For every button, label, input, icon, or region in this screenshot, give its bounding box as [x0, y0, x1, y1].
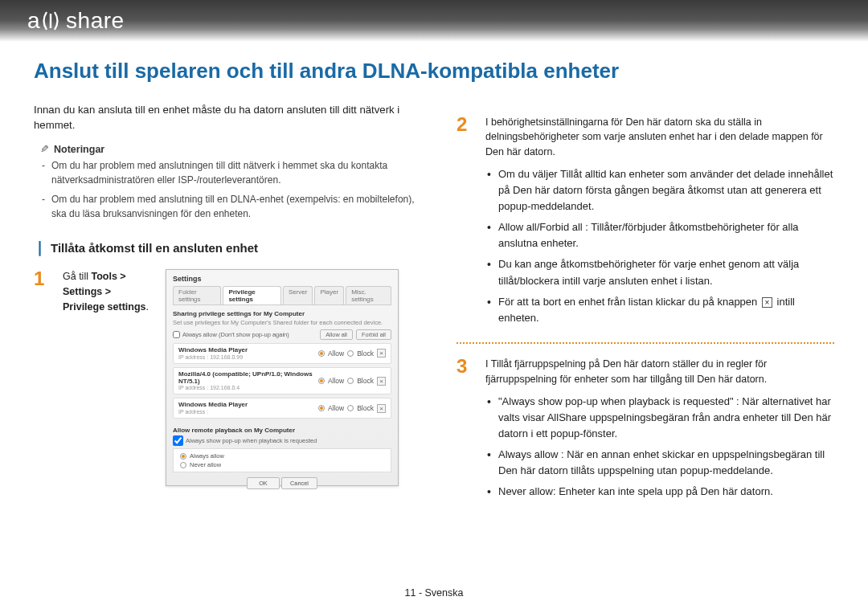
svg-rect-0	[50, 14, 51, 28]
step-number-2: 2	[457, 115, 474, 134]
dotted-divider	[457, 342, 834, 344]
ss-popup-checkbox[interactable]: Always show pop-up when playback is requ…	[173, 435, 391, 446]
always-allow-radio[interactable]	[180, 453, 186, 460]
page-title: Anslut till spelaren och till andra DLNA…	[34, 58, 834, 84]
ss-allow-all-button[interactable]: Allow all	[320, 329, 353, 340]
ss-always-allow-checkbox[interactable]: Always allow (Don't show pop-up again)	[173, 331, 289, 338]
logo-parentheses-icon	[39, 9, 63, 33]
remove-device-button[interactable]: ×	[377, 404, 386, 413]
ss-tab[interactable]: Player	[314, 286, 344, 304]
step3-bullet: Never allow: Enheter kan inte spela upp …	[485, 484, 834, 500]
ss-sec2-title: Allow remote playback on My Computer	[173, 427, 391, 434]
allow-radio[interactable]	[318, 405, 325, 411]
allshare-logo: a share	[27, 8, 125, 34]
step-3: 3 I Tillåt fjärruppspelning på Den här d…	[457, 357, 834, 505]
ss-hint: Set use privileges for My Computer's Sha…	[173, 319, 391, 326]
block-radio[interactable]	[347, 405, 354, 411]
ss-ok-button[interactable]: OK	[247, 477, 280, 489]
logo-text-share: share	[66, 8, 125, 34]
step2-bullet-remove: För att ta bort en enhet från listan kli…	[485, 294, 834, 326]
page-footer: 11 - Svenska	[0, 587, 868, 599]
ss-tab-row: Folder settings Privilege settings Serve…	[173, 286, 391, 305]
intro-paragraph: Innan du kan ansluta till en enhet måste…	[34, 102, 428, 134]
step2-bullet: Allow all/Forbid all : Tillåter/förbjude…	[485, 219, 834, 251]
ss-device-row: Windows Media Player IP address : Allow …	[173, 398, 391, 419]
step3-bullet: Always allow : När en annan enhet skicka…	[485, 447, 834, 479]
step2-bullet: Du kan ange åtkomstbehörigheter för varj…	[485, 256, 834, 288]
notes-block: Noteringar Om du har problem med anslutn…	[40, 143, 428, 221]
ss-window-title: Settings	[173, 275, 391, 283]
ss-tab[interactable]: Folder settings	[173, 286, 221, 304]
ss-device-row: Windows Media Player IP address : 192.16…	[173, 343, 391, 364]
remove-device-button[interactable]: ×	[377, 349, 386, 358]
notes-heading: Noteringar	[40, 143, 428, 155]
step3-bullet: "Always show pop-up when playback is req…	[485, 394, 834, 442]
step-1: 1 Gå till Tools > Settings > Privilege s…	[34, 269, 428, 486]
step2-bullet: Om du väljer Tillåt alltid kan enheter s…	[485, 166, 834, 215]
settings-screenshot: Settings Folder settings Privilege setti…	[166, 269, 399, 486]
step-3-intro: I Tillåt fjärruppspelning på Den här dat…	[485, 358, 767, 385]
step-2: 2 I behörighetsinställningarna för Den h…	[457, 115, 834, 332]
ss-subtitle: Sharing privilege settings for My Comput…	[173, 310, 391, 317]
step-1-text: Gå till Tools > Settings > Privilege set…	[63, 269, 151, 314]
ss-cancel-button[interactable]: Cancel	[281, 477, 317, 489]
remove-device-button[interactable]: ×	[377, 377, 386, 386]
column-left: Innan du kan ansluta till en enhet måste…	[34, 102, 428, 505]
block-radio[interactable]	[347, 378, 354, 384]
never-allow-radio[interactable]	[180, 462, 186, 468]
step-number-1: 1	[34, 269, 51, 288]
ss-forbid-all-button[interactable]: Forbid all	[356, 329, 391, 340]
header-band: a share	[0, 0, 868, 42]
section-heading: Tillåta åtkomst till en ansluten enhet	[34, 239, 428, 256]
step-number-3: 3	[457, 357, 474, 376]
close-icon: ×	[762, 297, 772, 308]
note-item: Om du har problem med anslutning till en…	[51, 192, 428, 221]
allow-radio[interactable]	[318, 350, 325, 357]
ss-tab-active[interactable]: Privilege settings	[223, 286, 281, 304]
ss-device-row: Mozilla/4.0 (compatible; UPnP/1.0; Windo…	[173, 367, 391, 395]
ss-tab[interactable]: Server	[283, 286, 313, 304]
step-2-intro: I behörighetsinställningarna för Den här…	[485, 116, 823, 158]
ss-tab[interactable]: Misc. settings	[346, 286, 391, 304]
column-right: 2 I behörighetsinställningarna för Den h…	[457, 102, 834, 505]
allow-radio[interactable]	[318, 378, 325, 384]
block-radio[interactable]	[347, 350, 354, 357]
note-item: Om du har problem med anslutningen till …	[51, 158, 428, 187]
page-content: Anslut till spelaren och till andra DLNA…	[0, 42, 868, 505]
